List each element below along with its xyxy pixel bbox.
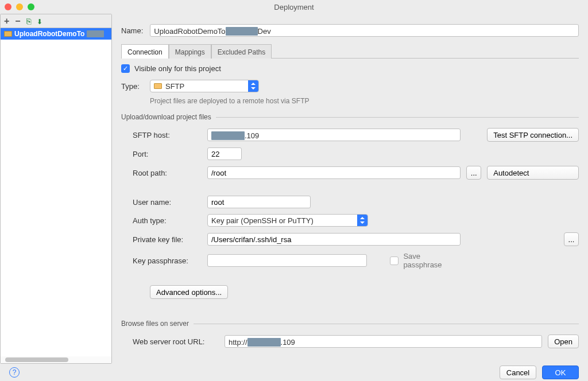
tab-excluded-paths[interactable]: Excluded Paths: [211, 44, 272, 59]
ok-button[interactable]: OK: [542, 366, 579, 379]
deployment-list-item-label: UploadRobotDemoTo: [14, 30, 84, 38]
browse-files-fieldset: Browse files on server Web server root U…: [121, 320, 579, 348]
sidebar-horizontal-scrollbar[interactable]: [1, 356, 111, 363]
window-title: Deployment: [274, 3, 314, 11]
server-icon: [4, 31, 12, 37]
auth-type-label: Auth type:: [133, 216, 202, 225]
name-input[interactable]: UploadRobotDemoToDev: [150, 24, 579, 37]
cancel-button[interactable]: Cancel: [500, 366, 536, 379]
key-passphrase-input[interactable]: [207, 254, 367, 267]
chevron-updown-icon: [248, 80, 258, 92]
scrollbar-thumb[interactable]: [5, 357, 68, 362]
upload-download-fieldset: Upload/download project files SFTP host:…: [121, 113, 579, 299]
titlebar: Deployment: [0, 0, 588, 14]
web-root-input[interactable]: http://.109: [225, 335, 542, 348]
advanced-options-button[interactable]: Advanced options...: [150, 285, 228, 299]
web-root-label: Web server root URL:: [133, 337, 219, 346]
copy-icon[interactable]: [26, 16, 31, 26]
upload-download-legend: Upload/download project files: [121, 113, 216, 121]
sidebar-toolbar: [1, 14, 111, 28]
type-help-text: Project files are deployed to a remote h…: [150, 97, 579, 105]
maximize-icon[interactable]: [28, 3, 34, 10]
deployment-list-item[interactable]: UploadRobotDemoTo: [1, 28, 111, 40]
window-controls: [5, 3, 34, 10]
minimize-icon[interactable]: [16, 3, 23, 10]
close-icon[interactable]: [5, 3, 11, 10]
connection-panel: ✓ Visible only for this project Type: SF…: [121, 59, 579, 348]
username-label: User name:: [133, 198, 202, 207]
sftp-host-label: SFTP host:: [133, 131, 202, 139]
tab-mappings[interactable]: Mappings: [169, 44, 211, 59]
deployment-list[interactable]: UploadRobotDemoTo: [1, 28, 111, 363]
type-select[interactable]: SFTP: [150, 80, 259, 92]
visible-project-row: ✓ Visible only for this project: [121, 64, 579, 73]
username-input[interactable]: [207, 196, 311, 208]
private-key-label: Private key file:: [133, 235, 202, 244]
dialog-footer: ? Cancel OK: [0, 364, 588, 381]
sftp-host-input[interactable]: .109: [207, 129, 461, 141]
root-path-browse-button[interactable]: ...: [466, 166, 481, 180]
name-label: Name:: [121, 26, 143, 35]
name-row: Name: UploadRobotDemoToDev: [121, 24, 579, 37]
port-input[interactable]: [207, 147, 242, 160]
private-key-browse-button[interactable]: ...: [564, 232, 579, 246]
remove-icon[interactable]: [15, 16, 20, 26]
open-web-button[interactable]: Open: [548, 335, 579, 348]
private-key-input[interactable]: [207, 233, 461, 246]
chevron-updown-icon: [357, 215, 368, 226]
autodetect-button[interactable]: Autodetect: [487, 166, 579, 180]
add-icon[interactable]: [4, 16, 9, 26]
root-path-input[interactable]: [207, 166, 461, 179]
use-default-icon[interactable]: [37, 16, 42, 26]
type-label: Type:: [121, 82, 143, 91]
auth-type-value: Key pair (OpenSSH or PuTTY): [211, 216, 314, 225]
content-area: Name: UploadRobotDemoToDev Connection Ma…: [112, 14, 588, 364]
save-passphrase-checkbox[interactable]: ✓: [390, 256, 399, 265]
deployment-sidebar: UploadRobotDemoTo: [0, 14, 112, 364]
save-passphrase-label: Save passphrase: [403, 252, 461, 269]
root-path-label: Root path:: [133, 169, 202, 177]
browse-files-legend: Browse files on server: [121, 320, 194, 328]
type-select-value: SFTP: [165, 82, 184, 91]
key-passphrase-label: Key passphrase:: [133, 256, 202, 265]
visible-project-checkbox[interactable]: ✓: [121, 64, 130, 73]
help-icon[interactable]: ?: [9, 367, 20, 378]
tabs: Connection Mappings Excluded Paths: [121, 44, 579, 59]
tab-connection[interactable]: Connection: [121, 44, 169, 59]
auth-type-select[interactable]: Key pair (OpenSSH or PuTTY): [207, 214, 368, 227]
visible-project-label: Visible only for this project: [134, 64, 221, 73]
port-label: Port:: [133, 150, 202, 158]
test-sftp-button[interactable]: Test SFTP connection...: [487, 128, 579, 142]
sftp-icon: [154, 83, 162, 89]
